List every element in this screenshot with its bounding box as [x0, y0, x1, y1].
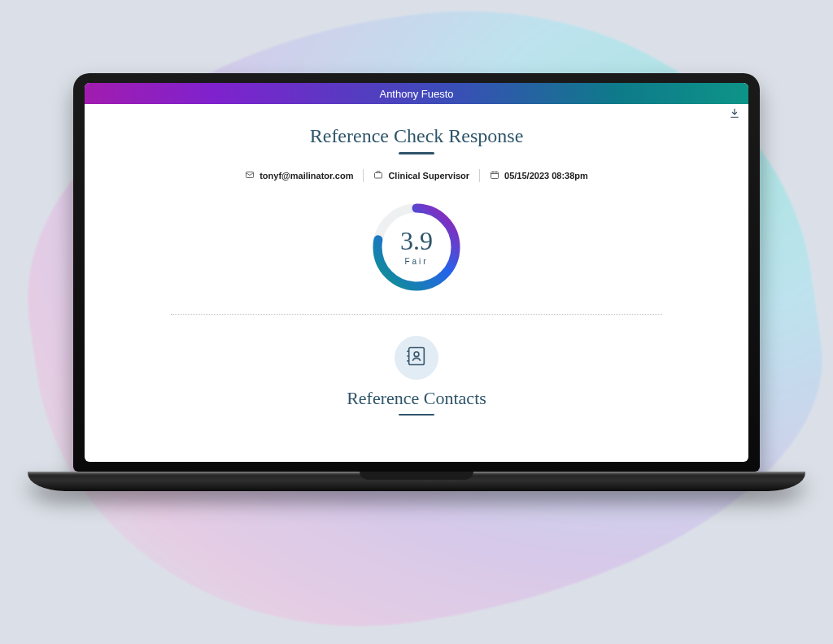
- title-underline: [399, 152, 434, 154]
- calendar-icon: [490, 170, 499, 181]
- score-value: 3.9: [400, 228, 433, 254]
- meta-row: tonyf@mailinator.com Clinical Supervisor: [235, 169, 598, 182]
- svg-rect-1: [375, 172, 382, 178]
- toolbar: [85, 104, 748, 122]
- laptop-lid: Anthony Fuesto Reference Check Response: [73, 73, 760, 472]
- main-content: Reference Check Response tonyf@mailinato…: [85, 122, 748, 462]
- page-title: Reference Check Response: [310, 125, 524, 147]
- meta-email: tonyf@mailinator.com: [235, 170, 363, 181]
- score-gauge: 3.9 Fair: [368, 198, 465, 296]
- app-screen: Anthony Fuesto Reference Check Response: [85, 83, 748, 462]
- section-divider: [171, 314, 662, 315]
- header-bar: Anthony Fuesto: [85, 83, 748, 104]
- meta-date: 05/15/2023 08:38pm: [480, 170, 598, 181]
- candidate-name: Anthony Fuesto: [379, 88, 453, 100]
- contacts-title: Reference Contacts: [347, 388, 486, 409]
- svg-rect-2: [491, 172, 499, 178]
- contacts-underline: [399, 414, 434, 416]
- timestamp-value: 05/15/2023 08:38pm: [504, 171, 588, 181]
- contact-card-icon: [405, 345, 428, 371]
- download-icon[interactable]: [729, 107, 740, 119]
- svg-rect-0: [246, 172, 254, 177]
- email-value: tonyf@mailinator.com: [259, 171, 353, 181]
- laptop-base: [28, 472, 805, 491]
- contacts-icon-badge: [395, 336, 438, 380]
- laptop-frame: Anthony Fuesto Reference Check Response: [73, 73, 760, 491]
- meta-role: Clinical Supervisor: [364, 170, 479, 181]
- svg-point-6: [414, 351, 419, 356]
- role-value: Clinical Supervisor: [388, 171, 469, 181]
- gauge-center: 3.9 Fair: [368, 198, 465, 296]
- score-rating: Fair: [404, 257, 428, 266]
- mail-icon: [245, 170, 255, 181]
- briefcase-icon: [373, 170, 383, 181]
